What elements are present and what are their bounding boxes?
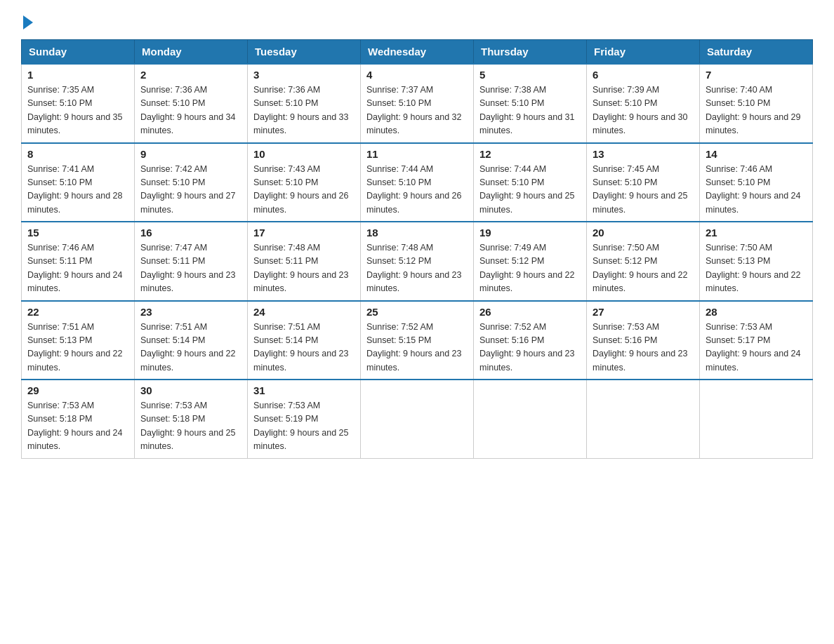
day-info: Sunrise: 7:53 AMSunset: 5:18 PMDaylight:…: [27, 401, 123, 451]
day-info: Sunrise: 7:52 AMSunset: 5:15 PMDaylight:…: [366, 322, 462, 373]
day-info: Sunrise: 7:53 AMSunset: 5:19 PMDaylight:…: [253, 401, 349, 451]
calendar-day-cell: 18 Sunrise: 7:48 AMSunset: 5:12 PMDaylig…: [361, 222, 474, 301]
day-number: 3: [253, 69, 355, 81]
day-number: 30: [140, 384, 241, 396]
day-info: Sunrise: 7:52 AMSunset: 5:16 PMDaylight:…: [479, 322, 575, 373]
calendar-day-cell: 27 Sunrise: 7:53 AMSunset: 5:16 PMDaylig…: [587, 301, 700, 380]
calendar-day-cell: 8 Sunrise: 7:41 AMSunset: 5:10 PMDayligh…: [22, 143, 135, 222]
calendar-day-cell: 1 Sunrise: 7:35 AMSunset: 5:10 PMDayligh…: [22, 64, 135, 143]
day-number: 4: [366, 69, 468, 81]
day-info: Sunrise: 7:45 AMSunset: 5:10 PMDaylight:…: [593, 164, 688, 215]
day-info: Sunrise: 7:44 AMSunset: 5:10 PMDaylight:…: [366, 164, 462, 215]
day-number: 5: [479, 69, 581, 81]
day-number: 27: [593, 306, 694, 318]
day-info: Sunrise: 7:48 AMSunset: 5:11 PMDaylight:…: [253, 243, 349, 293]
day-info: Sunrise: 7:40 AMSunset: 5:10 PMDaylight:…: [706, 85, 801, 135]
day-info: Sunrise: 7:43 AMSunset: 5:10 PMDaylight:…: [253, 164, 349, 215]
day-info: Sunrise: 7:51 AMSunset: 5:14 PMDaylight:…: [140, 322, 236, 373]
day-info: Sunrise: 7:51 AMSunset: 5:13 PMDaylight:…: [27, 322, 123, 373]
day-info: Sunrise: 7:46 AMSunset: 5:10 PMDaylight:…: [706, 164, 801, 215]
day-number: 28: [706, 306, 807, 318]
calendar-day-cell: 21 Sunrise: 7:50 AMSunset: 5:13 PMDaylig…: [700, 222, 813, 301]
day-number: 16: [140, 227, 241, 239]
day-number: 18: [366, 227, 468, 239]
day-number: 31: [253, 384, 355, 396]
day-number: 25: [366, 306, 468, 318]
weekday-header-sunday: Sunday: [22, 40, 135, 65]
day-number: 21: [706, 227, 807, 239]
calendar-day-cell: 12 Sunrise: 7:44 AMSunset: 5:10 PMDaylig…: [474, 143, 587, 222]
day-info: Sunrise: 7:46 AMSunset: 5:11 PMDaylight:…: [27, 243, 123, 293]
day-info: Sunrise: 7:48 AMSunset: 5:12 PMDaylight:…: [366, 243, 462, 293]
calendar-week-row: 22 Sunrise: 7:51 AMSunset: 5:13 PMDaylig…: [22, 301, 813, 380]
calendar-day-cell: 15 Sunrise: 7:46 AMSunset: 5:11 PMDaylig…: [22, 222, 135, 301]
day-number: 19: [479, 227, 581, 239]
day-info: Sunrise: 7:47 AMSunset: 5:11 PMDaylight:…: [140, 243, 236, 293]
calendar-day-cell: 28 Sunrise: 7:53 AMSunset: 5:17 PMDaylig…: [700, 301, 813, 380]
weekday-header-tuesday: Tuesday: [248, 40, 361, 65]
calendar-day-cell: 20 Sunrise: 7:50 AMSunset: 5:12 PMDaylig…: [587, 222, 700, 301]
day-info: Sunrise: 7:36 AMSunset: 5:10 PMDaylight:…: [140, 85, 236, 135]
calendar-day-cell: 6 Sunrise: 7:39 AMSunset: 5:10 PMDayligh…: [587, 64, 700, 143]
calendar-day-cell: 22 Sunrise: 7:51 AMSunset: 5:13 PMDaylig…: [22, 301, 135, 380]
day-info: Sunrise: 7:53 AMSunset: 5:18 PMDaylight:…: [140, 401, 236, 451]
calendar-day-cell: 16 Sunrise: 7:47 AMSunset: 5:11 PMDaylig…: [135, 222, 248, 301]
day-info: Sunrise: 7:50 AMSunset: 5:13 PMDaylight:…: [706, 243, 801, 293]
calendar-day-cell: 19 Sunrise: 7:49 AMSunset: 5:12 PMDaylig…: [474, 222, 587, 301]
weekday-header-wednesday: Wednesday: [361, 40, 474, 65]
day-number: 8: [27, 148, 128, 160]
calendar-day-cell: [361, 380, 474, 458]
day-info: Sunrise: 7:51 AMSunset: 5:14 PMDaylight:…: [253, 322, 349, 373]
logo: [21, 14, 33, 28]
calendar-day-cell: 11 Sunrise: 7:44 AMSunset: 5:10 PMDaylig…: [361, 143, 474, 222]
weekday-header-saturday: Saturday: [700, 40, 813, 65]
calendar-day-cell: 23 Sunrise: 7:51 AMSunset: 5:14 PMDaylig…: [135, 301, 248, 380]
calendar-day-cell: [587, 380, 700, 458]
calendar-day-cell: 3 Sunrise: 7:36 AMSunset: 5:10 PMDayligh…: [248, 64, 361, 143]
calendar-day-cell: 7 Sunrise: 7:40 AMSunset: 5:10 PMDayligh…: [700, 64, 813, 143]
calendar-day-cell: 9 Sunrise: 7:42 AMSunset: 5:10 PMDayligh…: [135, 143, 248, 222]
calendar-day-cell: 13 Sunrise: 7:45 AMSunset: 5:10 PMDaylig…: [587, 143, 700, 222]
day-number: 20: [593, 227, 694, 239]
calendar-day-cell: 31 Sunrise: 7:53 AMSunset: 5:19 PMDaylig…: [248, 380, 361, 458]
weekday-header-monday: Monday: [135, 40, 248, 65]
day-number: 7: [706, 69, 807, 81]
calendar-week-row: 15 Sunrise: 7:46 AMSunset: 5:11 PMDaylig…: [22, 222, 813, 301]
calendar-week-row: 1 Sunrise: 7:35 AMSunset: 5:10 PMDayligh…: [22, 64, 813, 143]
calendar-day-cell: 5 Sunrise: 7:38 AMSunset: 5:10 PMDayligh…: [474, 64, 587, 143]
day-info: Sunrise: 7:53 AMSunset: 5:17 PMDaylight:…: [706, 322, 801, 373]
calendar-day-cell: 26 Sunrise: 7:52 AMSunset: 5:16 PMDaylig…: [474, 301, 587, 380]
calendar-day-cell: 14 Sunrise: 7:46 AMSunset: 5:10 PMDaylig…: [700, 143, 813, 222]
calendar-day-cell: 30 Sunrise: 7:53 AMSunset: 5:18 PMDaylig…: [135, 380, 248, 458]
day-number: 1: [27, 69, 128, 81]
day-number: 11: [366, 148, 468, 160]
day-info: Sunrise: 7:35 AMSunset: 5:10 PMDaylight:…: [27, 85, 123, 135]
calendar-day-cell: 4 Sunrise: 7:37 AMSunset: 5:10 PMDayligh…: [361, 64, 474, 143]
day-number: 9: [140, 148, 241, 160]
day-number: 2: [140, 69, 241, 81]
weekday-header-friday: Friday: [587, 40, 700, 65]
day-number: 10: [253, 148, 355, 160]
calendar-day-cell: [474, 380, 587, 458]
day-info: Sunrise: 7:39 AMSunset: 5:10 PMDaylight:…: [593, 85, 688, 135]
day-number: 24: [253, 306, 355, 318]
day-number: 12: [479, 148, 581, 160]
day-number: 29: [27, 384, 128, 396]
day-number: 26: [479, 306, 581, 318]
calendar-day-cell: [700, 380, 813, 458]
logo-arrow-icon: [23, 15, 33, 29]
day-info: Sunrise: 7:44 AMSunset: 5:10 PMDaylight:…: [479, 164, 575, 215]
calendar-day-cell: 29 Sunrise: 7:53 AMSunset: 5:18 PMDaylig…: [22, 380, 135, 458]
calendar-day-cell: 24 Sunrise: 7:51 AMSunset: 5:14 PMDaylig…: [248, 301, 361, 380]
day-info: Sunrise: 7:50 AMSunset: 5:12 PMDaylight:…: [593, 243, 688, 293]
page-header: [21, 14, 813, 28]
calendar-week-row: 29 Sunrise: 7:53 AMSunset: 5:18 PMDaylig…: [22, 380, 813, 458]
calendar-day-cell: 10 Sunrise: 7:43 AMSunset: 5:10 PMDaylig…: [248, 143, 361, 222]
calendar-day-cell: 2 Sunrise: 7:36 AMSunset: 5:10 PMDayligh…: [135, 64, 248, 143]
weekday-header-thursday: Thursday: [474, 40, 587, 65]
day-info: Sunrise: 7:42 AMSunset: 5:10 PMDaylight:…: [140, 164, 236, 215]
calendar-day-cell: 25 Sunrise: 7:52 AMSunset: 5:15 PMDaylig…: [361, 301, 474, 380]
day-info: Sunrise: 7:36 AMSunset: 5:10 PMDaylight:…: [253, 85, 349, 135]
weekday-header-row: SundayMondayTuesdayWednesdayThursdayFrid…: [22, 40, 813, 65]
day-number: 23: [140, 306, 241, 318]
